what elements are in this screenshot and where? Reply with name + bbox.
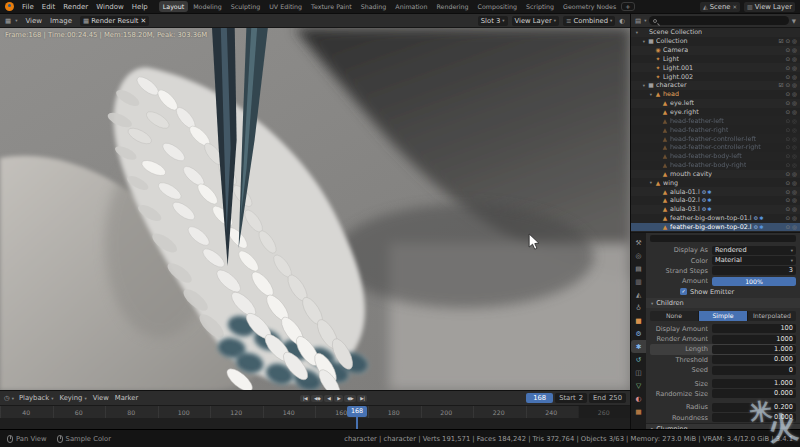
image-datablock-selector[interactable]: ▦ Render Result ✕ [80,16,149,26]
next-keyframe-button[interactable]: ◆▶ [344,395,356,402]
outliner-row[interactable]: ▲ eye.left ⚙ ✱ ☑ ⊙ ◎ [631,99,800,108]
outliner-row[interactable]: ▲ head-feather-right ⚙ ✱ ☑ ⊙ ◎ [631,125,800,134]
outliner-row[interactable]: ✦ Light.001 ⚙ ✱ ☑ ⊙ ◎ [631,63,800,72]
expand-arrow-icon[interactable]: ▾ [634,30,640,35]
image-editor-type-icon[interactable]: ▦ [5,17,11,25]
disable-render-icon[interactable]: ◎ [792,109,797,115]
frame-start-field[interactable]: Start 2 [555,393,587,403]
output-tab[interactable]: ▤ [631,262,646,275]
workspace-tab[interactable]: Geometry Nodes [559,1,620,12]
jump-to-start-button[interactable]: |◀ [300,395,310,402]
object-data-tab[interactable]: ▽ [631,379,646,392]
topbar-menu[interactable]: Window [92,3,128,11]
property-value-field[interactable]: 100 [712,324,796,333]
outliner-row[interactable]: ▾ Scene Collection ⚙ ✱ ☑ ⊙ ◎ [631,28,800,37]
hide-viewport-icon[interactable]: ⊙ [785,118,790,124]
outliner-row[interactable]: ▲ mouth cavity ⚙ ✱ ☑ ⊙ ◎ [631,170,800,179]
timeline-ruler[interactable]: 406080100120140160180200220240260 [0,405,630,418]
render-tab[interactable]: ◎ [631,249,646,262]
outliner-row[interactable]: ▲ alula-03.l ⚙ ✱ ☑ ⊙ ◎ [631,205,800,214]
hide-viewport-icon[interactable]: ⊙ [785,127,790,133]
material-tab[interactable]: ◐ [631,392,646,405]
hide-viewport-icon[interactable]: ⊙ [785,189,790,195]
disable-render-icon[interactable]: ◎ [792,91,797,97]
play-reverse-button[interactable]: ◀ [324,395,333,402]
timeline-menu[interactable]: View▾ [90,394,112,402]
unlink-icon[interactable]: ✕ [732,4,737,10]
current-frame-field[interactable]: 168 [526,393,553,403]
disable-render-icon[interactable]: ◎ [792,197,797,203]
close-icon[interactable]: ✕ [141,17,147,25]
outliner-row[interactable]: ▲ head-feather-body-left ⚙ ✱ ☑ ⊙ ◎ [631,152,800,161]
disable-render-icon[interactable]: ◎ [792,82,797,88]
hide-viewport-icon[interactable]: ⊙ [785,38,790,44]
outliner-row[interactable]: ✦ Light ⚙ ✱ ☑ ⊙ ◎ [631,55,800,64]
particles-tab[interactable]: ✱ [631,340,646,353]
property-value-field[interactable]: 0.200 [712,403,796,412]
property-value-field[interactable]: 1.000 [712,345,796,354]
timeline-channel-area[interactable] [0,418,630,429]
hide-viewport-icon[interactable]: ⊙ [785,74,790,80]
hide-viewport-icon[interactable]: ⊙ [785,180,790,186]
topbar-menu[interactable]: File [18,3,38,11]
outliner-row[interactable]: ▾ ▲ wing ⚙ ✱ ☑ ⊙ ◎ [631,178,800,187]
strand-steps-field[interactable]: 3 [712,266,796,275]
property-value-field[interactable]: 1000 [712,335,796,344]
hide-viewport-icon[interactable]: ⊙ [785,153,790,159]
disable-render-icon[interactable]: ◎ [792,215,797,221]
show-emitter-checkbox[interactable]: ✓ [680,288,687,295]
outliner-row[interactable]: ▲ head-feather-body-right ⚙ ✱ ☑ ⊙ ◎ [631,161,800,170]
hide-viewport-icon[interactable]: ⊙ [785,197,790,203]
disable-render-icon[interactable]: ◎ [792,224,797,230]
workspace-tab[interactable]: Layout [159,1,188,12]
hide-viewport-icon[interactable]: ⊙ [785,136,790,142]
object-tab[interactable]: ■ [631,314,646,327]
image-editor-menu[interactable]: Image [46,17,76,25]
outliner-search-input[interactable] [649,16,788,25]
hide-viewport-icon[interactable]: ⊙ [785,100,790,106]
image-editor-menu[interactable]: View [21,17,46,25]
outliner-row[interactable]: ▲ alula-02.l ⚙ ✱ ☑ ⊙ ◎ [631,196,800,205]
workspace-tab[interactable]: Shading [357,1,391,12]
playhead[interactable]: 168 [347,406,367,417]
constraints-tab[interactable]: ◫ [631,366,646,379]
timeline-menu[interactable]: Keying▾ [57,394,90,402]
disable-render-icon[interactable]: ◎ [792,65,797,71]
hide-viewport-icon[interactable]: ⊙ [785,47,790,53]
topbar-menu[interactable]: Render [59,3,92,11]
hide-viewport-icon[interactable]: ⊙ [785,56,790,62]
modifiers-tab[interactable]: ⚙ [631,327,646,340]
outliner-row[interactable]: ▲ alula-01.l ⚙ ✱ ☑ ⊙ ◎ [631,187,800,196]
hide-viewport-icon[interactable]: ⊙ [785,162,790,168]
prev-keyframe-button[interactable]: ◀◆ [311,395,323,402]
timeline-menu[interactable]: Marker▾ [112,394,142,402]
outliner-row[interactable]: ▲ head-feather-left ⚙ ✱ ☑ ⊙ ◎ [631,116,800,125]
color-dropdown[interactable]: Material ▾ [712,256,796,265]
hide-viewport-icon[interactable]: ⊙ [785,91,790,97]
hide-viewport-icon[interactable]: ⊙ [785,109,790,115]
display-as-dropdown[interactable]: Rendered ▾ [712,246,796,255]
world-tab[interactable]: ♁ [631,301,646,314]
disable-render-icon[interactable]: ◎ [792,144,797,150]
render-pass-selector[interactable]: ≡ Combined ▾ [563,16,615,26]
render-layer-selector[interactable]: View Layer ▾ [512,16,560,26]
children-mode-option[interactable]: Simple [699,311,748,321]
workspace-tab[interactable]: Scripting [522,1,558,12]
disable-render-icon[interactable]: ◎ [792,74,797,80]
hide-viewport-icon[interactable]: ⊙ [785,206,790,212]
disable-render-icon[interactable]: ◎ [792,171,797,177]
workspace-tab[interactable]: + [621,2,634,11]
disable-render-icon[interactable]: ◎ [792,189,797,195]
amount-slider[interactable]: 100% [712,277,796,286]
disable-render-icon[interactable]: ◎ [792,100,797,106]
render-viewport[interactable]: Frame:168 | Time:00:24.45 | Mem:158.20M,… [0,28,630,390]
property-value-field[interactable]: 0.000 [712,389,796,398]
hide-viewport-icon[interactable]: ⊙ [785,215,790,221]
hide-viewport-icon[interactable]: ⊙ [785,224,790,230]
properties-search-field[interactable] [650,235,796,242]
property-value-field[interactable]: 0.000 [712,413,796,422]
outliner-row[interactable]: ▲ eye.right ⚙ ✱ ☑ ⊙ ◎ [631,108,800,117]
jump-to-end-button[interactable]: ▶| [357,395,367,402]
children-section-header[interactable]: ▾ Children [646,298,800,309]
hide-viewport-icon[interactable]: ⊙ [785,144,790,150]
